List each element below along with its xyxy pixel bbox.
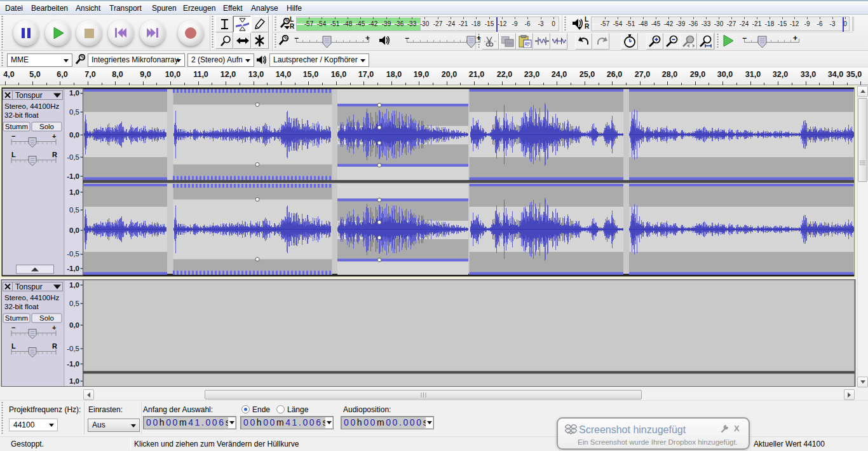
svg-text:-1,0: -1,0 [67,265,79,272]
svg-text:1,0: 1,0 [69,89,79,97]
svg-text:Stereo, 44100Hz: Stereo, 44100Hz [4,294,60,302]
svg-text:0,5: 0,5 [69,206,79,214]
svg-text:0,0: 0,0 [69,321,79,329]
svg-text:Solo: Solo [39,123,54,130]
svg-text:+: + [52,324,56,331]
svg-text:Stereo, 44100Hz: Stereo, 44100Hz [4,102,60,110]
svg-text:0,5: 0,5 [69,300,79,307]
svg-text:32-bit float: 32-bit float [4,111,39,119]
svg-text:-0,5: -0,5 [67,250,79,258]
svg-text:-0,5: -0,5 [67,345,79,352]
svg-text:R: R [52,151,57,158]
svg-text:Tonspur: Tonspur [15,282,43,291]
svg-text:Stumm: Stumm [5,314,28,322]
svg-text:−: − [11,324,15,331]
svg-text:1,0: 1,0 [69,188,79,196]
svg-text:-1,0: -1,0 [67,360,79,368]
svg-text:−: − [11,132,15,140]
svg-text:L: L [11,151,16,158]
svg-text:0,0: 0,0 [69,226,79,234]
svg-text:R: R [52,342,57,350]
svg-text:-1,0: -1,0 [67,172,79,180]
svg-text:0,0: 0,0 [69,131,79,139]
svg-text:Stumm: Stumm [5,123,28,130]
svg-text:L: L [11,342,16,350]
svg-text:0,5: 0,5 [69,108,79,116]
svg-text:+: + [52,132,56,140]
svg-text:1,0: 1,0 [69,281,79,289]
svg-text:Solo: Solo [39,314,54,322]
svg-text:Tonspur: Tonspur [15,91,43,100]
svg-text:-0,5: -0,5 [67,153,79,161]
svg-text:32-bit float: 32-bit float [4,303,39,310]
svg-text:1,0: 1,0 [69,377,79,385]
